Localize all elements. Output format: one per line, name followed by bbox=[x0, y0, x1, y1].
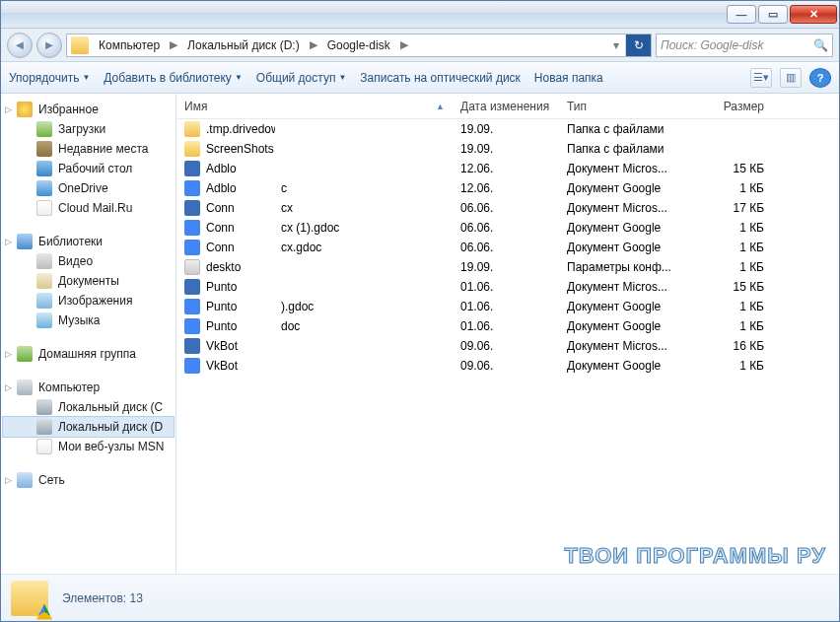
column-type[interactable]: Тип bbox=[559, 100, 693, 113]
sidebar-item[interactable]: Мои веб-узлы MSN bbox=[3, 437, 174, 456]
file-row[interactable]: Punto01.06.Документ Micros...15 КБ bbox=[176, 277, 839, 297]
column-headers: Имя▲ Дата изменения Тип Размер bbox=[176, 94, 839, 119]
sidebar-item[interactable]: Локальный диск (D bbox=[3, 417, 174, 437]
file-row[interactable]: Conncx (1).gdoc06.06.Документ Google1 КБ bbox=[176, 218, 839, 238]
close-button[interactable]: ✕ bbox=[790, 5, 837, 24]
sidebar-item[interactable]: Музыка bbox=[3, 311, 174, 330]
file-row[interactable]: Conncx.gdoc06.06.Документ Google1 КБ bbox=[176, 238, 839, 257]
file-row[interactable]: VkBot09.06.Документ Micros...16 КБ bbox=[176, 336, 839, 356]
file-suffix: cx.gdoc bbox=[281, 241, 445, 254]
new-folder-button[interactable]: Новая папка bbox=[534, 71, 603, 85]
view-mode-button[interactable]: ☰▾ bbox=[750, 68, 772, 88]
help-button[interactable]: ? bbox=[809, 68, 831, 88]
file-name: VkBot bbox=[206, 339, 275, 353]
sidebar-item[interactable]: Загрузки bbox=[3, 119, 174, 139]
file-icon bbox=[184, 180, 200, 196]
file-type: Параметры конф... bbox=[559, 260, 693, 274]
toolbar: Упорядочить▼ Добавить в библиотеку▼ Общи… bbox=[1, 62, 839, 94]
file-date: 01.06. bbox=[453, 319, 559, 333]
file-size: 1 КБ bbox=[693, 260, 772, 274]
expand-icon: ▷ bbox=[5, 349, 12, 359]
google-drive-folder-icon bbox=[11, 581, 48, 616]
file-type: Документ Google bbox=[559, 221, 693, 235]
file-date: 06.06. bbox=[453, 241, 559, 254]
file-row[interactable]: Punto).gdoc01.06.Документ Google1 КБ bbox=[176, 297, 839, 316]
file-row[interactable]: Conncx06.06.Документ Micros...17 КБ bbox=[176, 198, 839, 218]
breadcrumb-dropdown-icon[interactable]: ▾ bbox=[607, 38, 625, 52]
body: ▷Избранное ЗагрузкиНедавние местаРабочий… bbox=[1, 94, 839, 574]
file-name: .tmp.drivedownload bbox=[206, 122, 275, 136]
refresh-button[interactable]: ↻ bbox=[625, 35, 651, 56]
include-in-library-button[interactable]: Добавить в библиотеку▼ bbox=[104, 71, 242, 85]
file-row[interactable]: ScreenShots19.09.Папка с файлами bbox=[176, 139, 839, 159]
column-date[interactable]: Дата изменения bbox=[453, 100, 559, 113]
file-icon bbox=[184, 121, 200, 137]
file-name: Conn bbox=[206, 221, 275, 235]
file-type: Папка с файлами bbox=[559, 122, 693, 136]
file-date: 19.09. bbox=[453, 260, 559, 274]
file-icon bbox=[184, 259, 200, 275]
chevron-right-icon: ▶ bbox=[394, 38, 414, 51]
item-count: Элементов: 13 bbox=[62, 591, 143, 605]
file-row[interactable]: VkBot09.06.Документ Google1 КБ bbox=[176, 356, 839, 376]
sidebar-item[interactable]: Документы bbox=[3, 271, 174, 291]
file-row[interactable]: Adblo12.06.Документ Micros...15 КБ bbox=[176, 159, 839, 178]
favorites-header[interactable]: ▷Избранное bbox=[3, 100, 174, 119]
file-name: Adblo bbox=[206, 162, 275, 175]
file-row[interactable]: deskto19.09.Параметры конф...1 КБ bbox=[176, 257, 839, 277]
sidebar-item[interactable]: Cloud Mail.Ru bbox=[3, 198, 174, 218]
breadcrumb[interactable]: Компьютер▶ Локальный диск (D:)▶ Google-d… bbox=[66, 34, 652, 57]
ic-ie-icon bbox=[36, 439, 52, 454]
sidebar-item-label: Недавние места bbox=[58, 142, 148, 156]
crumb-google-disk[interactable]: Google-disk bbox=[323, 38, 394, 52]
caret-down-icon: ▼ bbox=[82, 73, 90, 82]
chevron-right-icon: ▶ bbox=[304, 38, 323, 51]
share-button[interactable]: Общий доступ▼ bbox=[256, 71, 347, 85]
file-icon bbox=[184, 200, 200, 216]
ic-onedrive-icon bbox=[36, 180, 52, 196]
column-size[interactable]: Размер bbox=[693, 100, 772, 113]
crumb-drive-d[interactable]: Локальный диск (D:) bbox=[183, 38, 304, 52]
computer-header[interactable]: ▷Компьютер bbox=[3, 378, 174, 397]
preview-pane-button[interactable]: ▥ bbox=[780, 68, 802, 88]
sidebar-item-label: Музыка bbox=[58, 313, 100, 327]
folder-icon bbox=[71, 36, 89, 54]
file-row[interactable]: .tmp.drivedownload19.09.Папка с файлами bbox=[176, 119, 839, 139]
file-type: Документ Micros... bbox=[559, 162, 693, 175]
sidebar-item[interactable]: Видео bbox=[3, 251, 174, 271]
crumb-computer[interactable]: Компьютер bbox=[95, 38, 164, 52]
column-name[interactable]: Имя▲ bbox=[176, 100, 453, 113]
sidebar-item-label: Локальный диск (C bbox=[58, 400, 163, 414]
sidebar-item[interactable]: Локальный диск (C bbox=[3, 397, 174, 417]
file-date: 09.06. bbox=[453, 359, 559, 373]
file-date: 01.06. bbox=[453, 280, 559, 294]
maximize-button[interactable]: ▭ bbox=[758, 5, 788, 24]
sidebar-item-label: Видео bbox=[58, 254, 93, 268]
sidebar-item-label: Локальный диск (D bbox=[58, 420, 163, 434]
network-header[interactable]: ▷Сеть bbox=[3, 470, 174, 490]
file-row[interactable]: Puntodoc01.06.Документ Google1 КБ bbox=[176, 316, 839, 336]
search-icon[interactable]: 🔍 bbox=[813, 38, 828, 52]
file-row[interactable]: Adbloc12.06.Документ Google1 КБ bbox=[176, 178, 839, 198]
back-button[interactable]: ◄ bbox=[7, 33, 33, 58]
ic-desktop-icon bbox=[36, 161, 52, 176]
sidebar-item[interactable]: Недавние места bbox=[3, 139, 174, 159]
sidebar-item[interactable]: OneDrive bbox=[3, 178, 174, 198]
sidebar: ▷Избранное ЗагрузкиНедавние местаРабочий… bbox=[1, 94, 176, 574]
file-name: Conn bbox=[206, 241, 275, 254]
minimize-button[interactable]: — bbox=[727, 5, 756, 24]
homegroup-header[interactable]: ▷Домашняя группа bbox=[3, 344, 174, 364]
sidebar-item[interactable]: Изображения bbox=[3, 291, 174, 311]
sidebar-item[interactable]: Рабочий стол bbox=[3, 159, 174, 178]
search-input[interactable]: Поиск: Google-disk 🔍 bbox=[656, 34, 833, 57]
ic-recent-icon bbox=[36, 141, 52, 157]
file-type: Документ Google bbox=[559, 300, 693, 313]
ic-dl-icon bbox=[36, 121, 52, 137]
libraries-header[interactable]: ▷Библиотеки bbox=[3, 232, 174, 251]
file-icon bbox=[184, 299, 200, 314]
organize-button[interactable]: Упорядочить▼ bbox=[9, 71, 90, 85]
burn-button[interactable]: Записать на оптический диск bbox=[360, 71, 521, 85]
sort-asc-icon: ▲ bbox=[436, 102, 445, 111]
file-type: Документ Google bbox=[559, 241, 693, 254]
forward-button[interactable]: ► bbox=[36, 33, 62, 58]
